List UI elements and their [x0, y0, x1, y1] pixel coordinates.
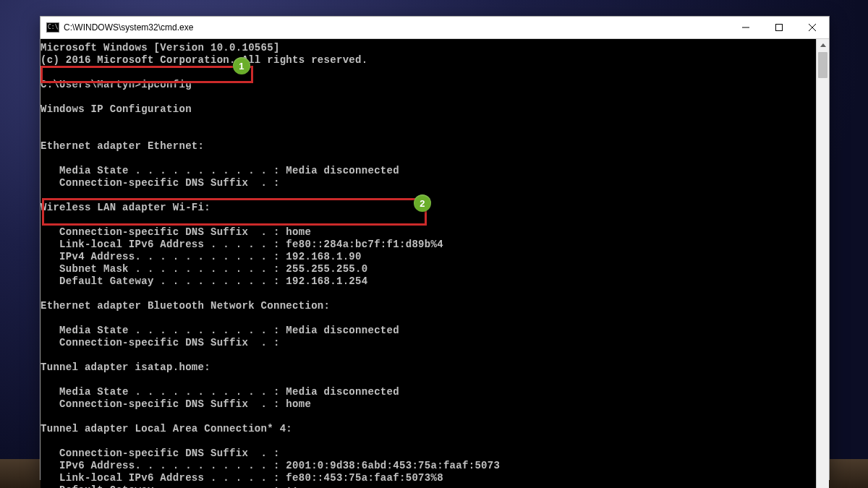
terminal-line: [41, 312, 816, 325]
terminal-line: (c) 2016 Microsoft Corporation. All righ…: [41, 54, 816, 67]
terminal-line: Ethernet adapter Bluetooth Network Conne…: [41, 300, 816, 312]
terminal-line: [41, 91, 816, 103]
badge-1-label: 1: [239, 61, 244, 71]
terminal-line: Link-local IPv6 Address . . . . . : fe80…: [41, 472, 816, 484]
client-area: Microsoft Windows [Version 10.0.10565](c…: [41, 39, 829, 488]
terminal-line: [41, 435, 816, 448]
terminal-line: [41, 288, 816, 300]
terminal-line: Ethernet adapter Ethernet:: [41, 140, 816, 153]
close-icon: [809, 24, 816, 31]
terminal-line: IPv4 Address. . . . . . . . . . . : 192.…: [41, 251, 816, 263]
terminal-line: Tunnel adapter Local Area Connection* 4:: [41, 423, 816, 435]
terminal-line: Tunnel adapter isatap.home:: [41, 361, 816, 374]
terminal-line: Media State . . . . . . . . . . . : Medi…: [41, 386, 816, 398]
window-title: C:\WINDOWS\system32\cmd.exe: [64, 17, 729, 38]
terminal-line: Connection-specific DNS Suffix . : home: [41, 226, 816, 239]
terminal-line: [41, 128, 816, 140]
svg-rect-0: [776, 25, 783, 31]
terminal-line: Connection-specific DNS Suffix . :: [41, 337, 816, 349]
highlight-box-1: [41, 66, 253, 83]
minimize-button[interactable]: [729, 17, 762, 38]
terminal-line: Subnet Mask . . . . . . . . . . . : 255.…: [41, 263, 816, 275]
terminal-output[interactable]: Microsoft Windows [Version 10.0.10565](c…: [41, 39, 816, 488]
terminal-line: [41, 374, 816, 386]
scroll-thumb[interactable]: [818, 52, 827, 78]
desktop-background: C:\WINDOWS\system32\cmd.exe Microsoft Wi…: [0, 0, 868, 488]
terminal-line: IPv6 Address. . . . . . . . . . . : 2001…: [41, 460, 816, 472]
terminal-line: [41, 349, 816, 361]
terminal-line: Connection-specific DNS Suffix . :: [41, 177, 816, 189]
maximize-icon: [775, 24, 783, 31]
annotation-badge-2: 2: [414, 194, 431, 212]
highlight-box-2: [42, 198, 427, 226]
terminal-line: Default Gateway . . . . . . . . . : 192.…: [41, 275, 816, 288]
titlebar[interactable]: C:\WINDOWS\system32\cmd.exe: [41, 17, 829, 39]
annotation-badge-1: 1: [233, 57, 250, 74]
scroll-up-button[interactable]: [817, 39, 829, 51]
cmd-window: C:\WINDOWS\system32\cmd.exe Microsoft Wi…: [40, 16, 830, 480]
terminal-line: [41, 153, 816, 165]
terminal-line: Microsoft Windows [Version 10.0.10565]: [41, 42, 816, 54]
terminal-line: Default Gateway . . . . . . . . . : ::: [41, 484, 816, 488]
terminal-line: Media State . . . . . . . . . . . : Medi…: [41, 165, 816, 177]
close-button[interactable]: [796, 17, 829, 38]
terminal-line: Link-local IPv6 Address . . . . . : fe80…: [41, 239, 816, 251]
terminal-line: Media State . . . . . . . . . . . : Medi…: [41, 325, 816, 337]
terminal-line: [41, 411, 816, 423]
minimize-icon: [742, 24, 749, 31]
terminal-line: Connection-specific DNS Suffix . : home: [41, 398, 816, 411]
badge-2-label: 2: [420, 199, 425, 208]
terminal-line: Windows IP Configuration: [41, 103, 816, 116]
maximize-button[interactable]: [762, 17, 796, 38]
cmd-icon: [46, 22, 59, 33]
terminal-line: Connection-specific DNS Suffix . :: [41, 448, 816, 460]
terminal-line: [41, 116, 816, 128]
vertical-scrollbar[interactable]: [816, 39, 829, 488]
chevron-up-icon: [820, 43, 826, 47]
